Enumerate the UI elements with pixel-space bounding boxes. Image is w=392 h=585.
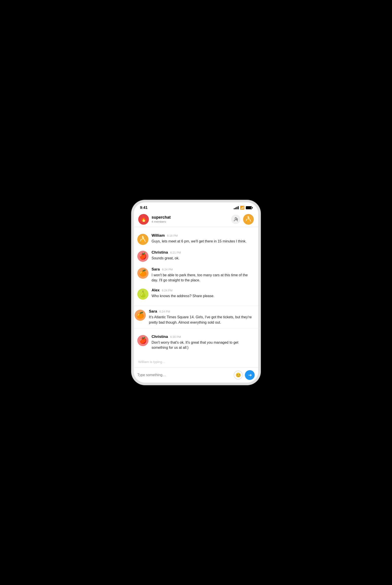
sender-name: Alex [152, 288, 160, 292]
signal-bars-icon [234, 206, 239, 209]
svg-point-0 [235, 217, 236, 219]
message-time: 6:24 PM [162, 289, 172, 292]
message-input[interactable] [137, 372, 232, 378]
chat-subtitle: 4 members [152, 220, 231, 223]
message-item: 🍌 William 6:18 PM Guys, lets meet at 6 p… [137, 231, 255, 247]
sender-name: Christina [152, 250, 168, 255]
add-person-button[interactable] [231, 215, 240, 224]
send-arrow-icon: ➜ [248, 372, 252, 378]
message-time: 6:21 PM [170, 251, 181, 254]
message-item: 🍎 Christina 6:30 PM Don't worry that's o… [137, 332, 255, 353]
message-item: 🍊 Sara 6:24 PM I won't be able to park t… [137, 264, 255, 285]
message-text: It's Atlantic Times Square 14. Girls, I'… [149, 315, 258, 325]
current-user-avatar[interactable]: 🍌 [243, 214, 254, 225]
message-content: Alex 6:24 PM Who knows the address? Shar… [152, 288, 255, 299]
header-info: superchat 4 members [152, 215, 231, 223]
input-bar: 😊 ➜ [134, 367, 258, 383]
message-item: 🍎 Christina 6:21 PM Sounds great, ok. [137, 247, 255, 264]
message-content: Christina 6:21 PM Sounds great, ok. [152, 250, 255, 261]
messages-area: 🍌 William 6:18 PM Guys, lets meet at 6 p… [134, 227, 258, 306]
typing-indicator: William is typing… [134, 356, 258, 367]
emoji-button[interactable]: 😊 [234, 371, 243, 380]
highlighted-message: 🍊 Sara 6:24 PM It's Atlantic Times Squar… [134, 306, 258, 328]
app-avatar: 🔥 [138, 214, 149, 225]
message-content: Christina 6:30 PM Don't worry that's ok.… [152, 335, 255, 350]
message-content: Sara 6:24 PM I won't be able to park the… [152, 267, 255, 283]
message-time: 6:24 PM [159, 310, 170, 313]
message-text: Guys, lets meet at 6 pm, we'll get there… [152, 239, 255, 244]
avatar-sara-highlighted: 🍊 [135, 310, 146, 321]
battery-icon [246, 206, 252, 209]
app-avatar-icon: 🔥 [141, 216, 147, 222]
avatar-christina: 🍎 [137, 251, 148, 262]
send-button[interactable]: ➜ [245, 370, 255, 380]
sender-name: Sara [152, 267, 160, 271]
message-item: 🍐 Alex 6:24 PM Who knows the address? Sh… [137, 285, 255, 302]
highlighted-message-content: Sara 6:24 PM It's Atlantic Times Square … [149, 309, 258, 325]
message-text: I won't be able to park there, too many … [152, 272, 255, 283]
header-actions: 🍌 [231, 214, 254, 225]
message-text: Who knows the address? Share please. [152, 294, 255, 299]
message-time: 6:30 PM [170, 335, 181, 339]
avatar-william: 🍌 [137, 234, 148, 245]
chat-header: 🔥 superchat 4 members 🍌 [134, 212, 258, 227]
sender-name: William [152, 233, 165, 238]
message-content: William 6:18 PM Guys, lets meet at 6 pm,… [152, 233, 255, 244]
sender-name: Christina [152, 335, 168, 339]
phone-frame: 9:41 📶 🔥 superchat 4 members [134, 202, 258, 383]
status-bar: 9:41 📶 [134, 202, 258, 212]
avatar-sara: 🍊 [137, 267, 148, 279]
message-time: 6:18 PM [167, 234, 178, 237]
message-text: Don't worry that's ok. It's great that y… [152, 340, 255, 350]
message-text: Sounds great, ok. [152, 255, 255, 261]
chat-title: superchat [152, 215, 231, 220]
message-time: 6:24 PM [162, 268, 173, 271]
status-icons: 📶 [234, 205, 252, 210]
status-time: 9:41 [140, 205, 148, 210]
wifi-icon: 📶 [240, 205, 244, 210]
avatar-christina-late: 🍎 [137, 335, 148, 346]
sender-name: Sara [149, 309, 157, 314]
avatar-alex: 🍐 [137, 288, 148, 300]
late-messages-area: 🍎 Christina 6:30 PM Don't worry that's o… [134, 328, 258, 356]
